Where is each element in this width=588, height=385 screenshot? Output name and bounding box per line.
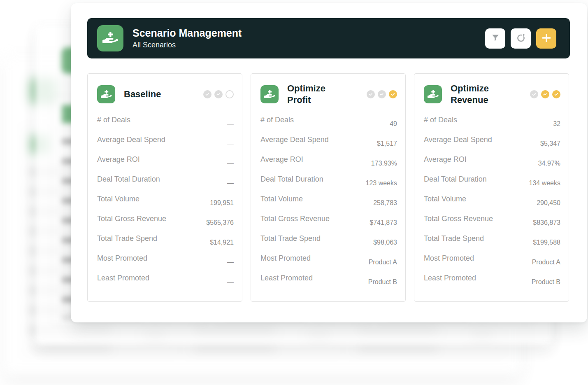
metric-row: Deal Total Duration— bbox=[97, 175, 234, 195]
status-trend-icon[interactable] bbox=[541, 90, 549, 98]
metric-list: # of Deals32 Average Deal Spend$5,347 Av… bbox=[424, 116, 560, 294]
status-check-icon[interactable] bbox=[389, 90, 397, 98]
metric-row: Average Deal Spend$5,347 bbox=[424, 135, 560, 155]
metric-value: — bbox=[227, 278, 234, 286]
metric-value: $565,376 bbox=[206, 219, 234, 226]
metric-label: Total Gross Revenue bbox=[424, 215, 493, 223]
card-title: Optimize Profit bbox=[287, 83, 350, 106]
metric-value: 290,450 bbox=[537, 199, 560, 207]
metric-label: # of Deals bbox=[260, 116, 294, 124]
metric-label: Least Promoted bbox=[97, 274, 149, 282]
status-check-icon[interactable] bbox=[203, 90, 211, 98]
scenario-card-optimize-profit[interactable]: Optimize Profit # of Deals4 bbox=[251, 73, 406, 302]
page-subtitle: All Scenarios bbox=[132, 41, 242, 49]
metric-value: $741,873 bbox=[370, 219, 397, 226]
metric-row: Least PromotedProduct B bbox=[260, 274, 397, 294]
card-header: Optimize Profit bbox=[260, 83, 397, 106]
metric-label: Average ROI bbox=[260, 155, 303, 164]
card-title: Baseline bbox=[124, 89, 161, 100]
metric-row: Total Volume199,951 bbox=[97, 195, 234, 215]
metric-label: Deal Total Duration bbox=[97, 175, 160, 184]
metric-label: Average Deal Spend bbox=[97, 135, 165, 144]
panel-header-text: Scenario Management All Scenarios bbox=[132, 27, 242, 50]
hand-holding-plus-icon bbox=[97, 85, 115, 103]
metric-label: Total Trade Spend bbox=[424, 234, 484, 243]
metric-value: 34.97% bbox=[538, 160, 560, 167]
filter-button[interactable] bbox=[485, 28, 505, 49]
metric-row: Total Trade Spend$199,588 bbox=[424, 234, 560, 254]
metric-label: Total Volume bbox=[260, 195, 303, 203]
header-actions bbox=[485, 28, 556, 49]
status-check-icon[interactable] bbox=[552, 90, 560, 98]
metric-value: $98,063 bbox=[373, 239, 397, 246]
metric-row: Least Promoted— bbox=[97, 274, 234, 294]
scenario-card-optimize-revenue[interactable]: Optimize Revenue # of Deals bbox=[414, 73, 569, 302]
metric-row: Total Volume258,783 bbox=[260, 195, 397, 215]
card-header: Optimize Revenue bbox=[424, 83, 560, 106]
scenario-card-baseline[interactable]: Baseline # of Deals— bbox=[87, 73, 242, 302]
metric-label: Total Volume bbox=[424, 195, 466, 203]
metric-value: — bbox=[227, 140, 234, 147]
metric-label: Deal Total Duration bbox=[424, 175, 487, 184]
status-trend-icon[interactable] bbox=[378, 90, 386, 98]
metric-value: Product A bbox=[369, 259, 397, 266]
metric-value: $199,588 bbox=[533, 239, 560, 246]
metric-value: — bbox=[227, 120, 234, 128]
metric-value: Product A bbox=[532, 259, 560, 266]
card-title: Optimize Revenue bbox=[451, 83, 513, 106]
card-status-icons bbox=[530, 90, 560, 98]
scenario-card-row: Baseline # of Deals— bbox=[87, 73, 569, 302]
status-trend-icon[interactable] bbox=[214, 90, 223, 98]
metric-value: $1,517 bbox=[377, 140, 397, 147]
metric-value: $836,873 bbox=[533, 219, 560, 226]
metric-row: Average Deal Spend— bbox=[97, 135, 234, 155]
metric-label: Average ROI bbox=[424, 155, 467, 164]
metric-label: Total Trade Spend bbox=[260, 234, 321, 243]
metric-label: # of Deals bbox=[424, 116, 457, 124]
metric-row: Least PromotedProduct B bbox=[424, 274, 560, 294]
hand-holding-plus-icon bbox=[260, 85, 279, 103]
metric-value: $5,347 bbox=[540, 140, 560, 147]
metric-row: Average ROI34.97% bbox=[424, 155, 560, 175]
metric-row: # of Deals32 bbox=[424, 116, 560, 135]
metric-value: $14,921 bbox=[210, 239, 234, 246]
status-check-icon[interactable] bbox=[367, 90, 375, 98]
metric-row: Most Promoted— bbox=[97, 254, 234, 274]
status-ring-icon[interactable] bbox=[225, 90, 234, 98]
metric-label: Most Promoted bbox=[97, 254, 147, 263]
metric-label: # of Deals bbox=[97, 116, 130, 124]
add-scenario-button[interactable] bbox=[536, 28, 556, 49]
metric-row: Average Deal Spend$1,517 bbox=[260, 135, 397, 155]
filter-funnel-icon bbox=[490, 33, 500, 44]
refresh-button[interactable] bbox=[511, 28, 531, 49]
card-status-icons bbox=[367, 90, 397, 98]
metric-label: Total Trade Spend bbox=[97, 234, 157, 243]
metric-label: Most Promoted bbox=[424, 254, 474, 263]
metric-label: Total Volume bbox=[97, 195, 139, 203]
metric-row: Total Gross Revenue$565,376 bbox=[97, 215, 234, 234]
plus-icon bbox=[541, 32, 552, 45]
metric-row: Most PromotedProduct A bbox=[260, 254, 397, 274]
metric-value: 173.93% bbox=[371, 160, 397, 167]
metric-row: # of Deals49 bbox=[260, 116, 397, 135]
metric-row: Total Gross Revenue$741,873 bbox=[260, 215, 397, 234]
status-check-icon[interactable] bbox=[530, 90, 538, 98]
metric-value: — bbox=[227, 259, 234, 266]
metric-value: Product B bbox=[532, 278, 560, 286]
app-canvas: Scenario Management All Scenarios bbox=[0, 0, 588, 385]
metric-row: Total Trade Spend$14,921 bbox=[97, 234, 234, 254]
metric-row: Average ROI— bbox=[97, 155, 234, 175]
metric-row: Average ROI173.93% bbox=[260, 155, 397, 175]
metric-value: 49 bbox=[390, 120, 397, 128]
metric-label: Least Promoted bbox=[260, 274, 313, 282]
metric-row: Deal Total Duration123 weeks bbox=[260, 175, 397, 195]
metric-row: Deal Total Duration134 weeks bbox=[424, 175, 560, 195]
metric-label: Least Promoted bbox=[424, 274, 476, 282]
metric-label: Total Gross Revenue bbox=[97, 215, 166, 223]
page-title: Scenario Management bbox=[132, 27, 242, 39]
metric-label: Average Deal Spend bbox=[260, 135, 329, 144]
metric-row: Total Volume290,450 bbox=[424, 195, 560, 215]
metric-label: Average Deal Spend bbox=[424, 135, 492, 144]
refresh-icon bbox=[516, 33, 526, 44]
panel-header-bar: Scenario Management All Scenarios bbox=[87, 18, 570, 58]
